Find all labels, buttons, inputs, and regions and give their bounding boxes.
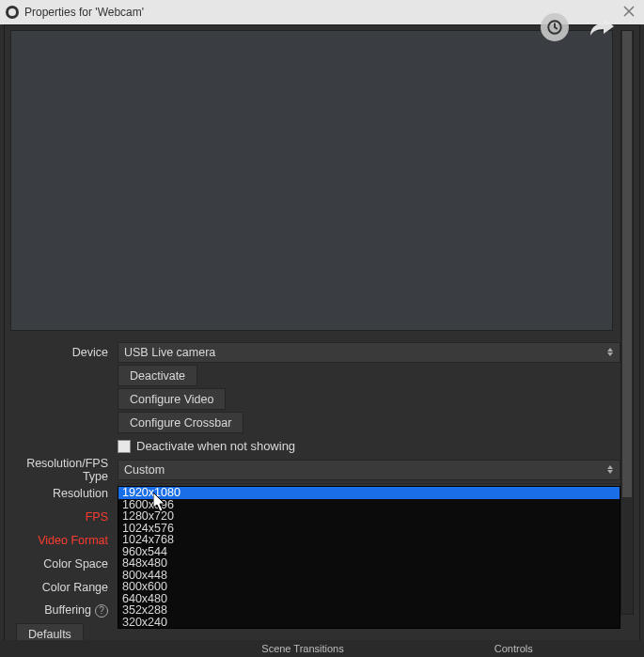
buffering-label: Buffering?	[5, 603, 118, 618]
help-icon[interactable]: ?	[95, 604, 108, 618]
device-value: USB Live camera	[124, 346, 215, 359]
resolution-option[interactable]: 800x448	[118, 570, 620, 582]
video-overlay-controls	[541, 13, 618, 41]
deactivate-button[interactable]: Deactivate	[118, 365, 197, 386]
dialog-body: Device USB Live camera Deactivate Config…	[4, 24, 640, 653]
deactivate-when-not-showing-checkbox[interactable]	[118, 440, 131, 453]
close-button[interactable]	[618, 2, 640, 21]
window-title: Properties for 'Webcam'	[24, 6, 144, 19]
configure-crossbar-button[interactable]: Configure Crossbar	[118, 412, 243, 433]
resolution-option[interactable]: 1280x720	[118, 510, 620, 523]
video-format-label: Video Format	[5, 534, 118, 547]
resolution-option[interactable]: 1024x768	[118, 534, 620, 546]
clock-icon[interactable]	[541, 13, 569, 41]
color-space-label: Color Space	[5, 557, 118, 571]
status-bar: Scene Transitions Controls	[0, 640, 644, 657]
chevron-updown-icon	[605, 461, 616, 479]
share-icon[interactable]	[586, 13, 618, 41]
device-select[interactable]: USB Live camera	[118, 342, 620, 363]
resolution-option[interactable]: 1600x896	[118, 499, 620, 511]
footer-center: Scene Transitions	[261, 643, 343, 654]
resolution-option[interactable]: 1024x576	[118, 523, 620, 535]
app-icon	[6, 6, 19, 19]
fps-label: FPS	[5, 510, 118, 524]
resolution-option[interactable]: 848x480	[118, 557, 620, 570]
resolution-option[interactable]: 960x544	[118, 546, 620, 558]
resolution-option[interactable]: 640x480	[118, 593, 620, 605]
resfps-type-value: Custom	[124, 463, 165, 477]
footer-right: Controls	[495, 643, 533, 654]
resolution-option[interactable]: 320x240	[118, 617, 620, 629]
device-label: Device	[5, 346, 118, 359]
resolution-label: Resolution	[5, 487, 118, 500]
resolution-option[interactable]: 1920x1080	[118, 487, 620, 499]
resfps-type-select[interactable]: Custom	[118, 460, 620, 480]
resolution-dropdown-list[interactable]: 1920x10801600x8961280x7201024x5761024x76…	[118, 486, 620, 629]
scrollbar-thumb[interactable]	[622, 31, 632, 497]
color-range-label: Color Range	[5, 581, 118, 594]
chevron-updown-icon	[605, 343, 616, 362]
resolution-option[interactable]: 800x600	[118, 581, 620, 593]
video-preview	[10, 30, 613, 331]
scrollbar[interactable]	[620, 30, 634, 615]
configure-video-button[interactable]: Configure Video	[118, 388, 226, 410]
resfps-type-label: Resolution/FPS Type	[5, 457, 118, 483]
deactivate-when-not-showing-label: Deactivate when not showing	[136, 439, 295, 453]
resolution-option[interactable]: 352x288	[118, 604, 620, 617]
